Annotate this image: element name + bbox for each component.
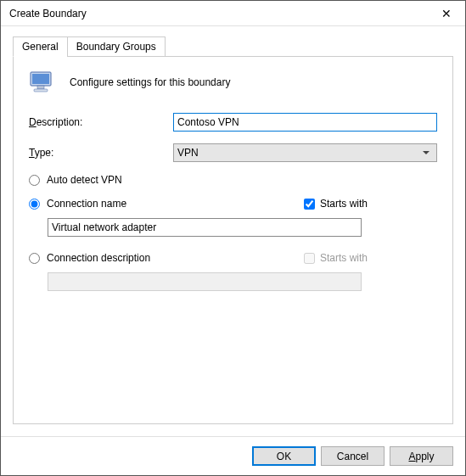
tab-boundary-groups[interactable]: Boundary Groups — [67, 36, 166, 57]
starts-with-name-label: Starts with — [320, 198, 368, 210]
connection-name-input[interactable] — [48, 218, 362, 237]
window-title: Create Boundary — [9, 8, 428, 20]
footer: OK Cancel Apply — [1, 436, 465, 475]
tab-panel-general: Configure settings for this boundary Des… — [13, 56, 453, 424]
connection-name-block: Connection name Starts with — [29, 198, 437, 237]
tab-general[interactable]: General — [13, 36, 68, 57]
svg-rect-1 — [32, 74, 49, 84]
close-button[interactable]: ✕ — [428, 1, 465, 25]
type-select[interactable]: VPN — [173, 143, 437, 162]
starts-with-desc-checkbox — [304, 253, 315, 264]
connection-desc-block: Connection description Starts with — [29, 252, 437, 291]
connection-desc-label: Connection description — [47, 252, 150, 264]
type-label: Type: — [29, 147, 173, 159]
connection-name-label: Connection name — [47, 198, 126, 210]
tabstrip: General Boundary Groups — [13, 36, 453, 57]
connection-name-radio[interactable] — [29, 199, 40, 210]
auto-detect-radio[interactable] — [29, 175, 40, 186]
connection-desc-radio[interactable] — [29, 253, 40, 264]
starts-with-desc-label: Starts with — [320, 252, 368, 264]
description-label: Description: — [29, 116, 173, 128]
content-area: General Boundary Groups Configure settin… — [1, 26, 465, 436]
description-input[interactable] — [173, 113, 437, 132]
titlebar: Create Boundary ✕ — [1, 1, 465, 26]
cancel-button[interactable]: Cancel — [321, 446, 385, 466]
apply-button[interactable]: Apply — [390, 446, 453, 466]
auto-detect-row: Auto detect VPN — [29, 174, 437, 186]
panel-header: Configure settings for this boundary — [29, 70, 437, 94]
type-select-value: VPN — [177, 147, 199, 159]
monitor-icon — [29, 70, 56, 94]
connection-desc-input — [48, 272, 362, 291]
svg-rect-2 — [37, 86, 44, 89]
starts-with-name-checkbox[interactable] — [304, 199, 315, 210]
svg-rect-3 — [34, 89, 48, 92]
auto-detect-label: Auto detect VPN — [47, 174, 122, 186]
close-icon: ✕ — [441, 7, 452, 20]
ok-button[interactable]: OK — [252, 446, 316, 466]
type-row: Type: VPN — [29, 143, 437, 162]
description-row: Description: — [29, 113, 437, 132]
panel-header-text: Configure settings for this boundary — [70, 76, 230, 88]
